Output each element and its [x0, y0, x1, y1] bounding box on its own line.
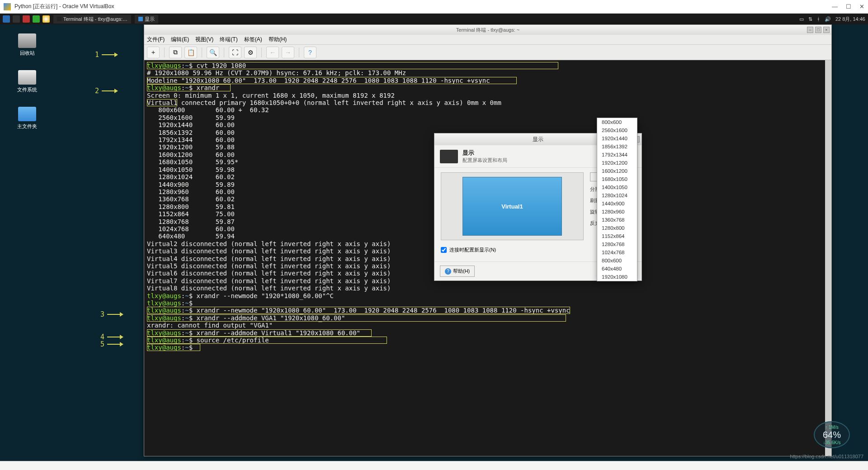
dialog-header-subtitle: 配置屏幕设置和布局: [462, 157, 507, 164]
virtualbox-titlebar: Python [正在运行] - Oracle VM VirtualBox — ☐…: [0, 0, 868, 14]
new-tab-button[interactable]: ＋: [147, 47, 160, 58]
resolution-option[interactable]: 2560x1600: [597, 126, 637, 134]
help-button[interactable]: ?帮助(H): [440, 266, 475, 277]
virtualbox-statusbar: [0, 461, 868, 470]
guest-top-panel: Terminal 终端 - tlxy@augs:… 显示 ▭ ⇅ ᚼ 🔊 22 …: [0, 14, 868, 24]
annotation-1: 1: [95, 51, 118, 59]
menu-view[interactable]: 视图(V): [195, 36, 213, 43]
maximize-button[interactable]: ☐: [846, 3, 851, 10]
configure-on-connect-label: 连接时配置新显示(N): [449, 247, 496, 253]
virtualbox-icon: [4, 3, 11, 10]
panel-launchers: [3, 15, 50, 23]
guest-desktop: 回收站 文件系统 主文件夹 1 2 3 4 5 Terminal 终端 - tl…: [0, 24, 868, 461]
resolution-option[interactable]: 800x600: [597, 256, 637, 265]
screen-line: Screen 0: minimum 1 x 1, current 1680 x …: [147, 92, 395, 99]
annotation-5: 5: [100, 340, 123, 348]
resolution-option[interactable]: 1400x1050: [597, 183, 637, 191]
forward-button[interactable]: →: [282, 47, 294, 58]
terminal-title: Terminal 终端 - tlxy@augs: ~: [456, 27, 519, 33]
launcher-icon[interactable]: [23, 15, 30, 23]
resolution-option[interactable]: 1920x1080: [597, 273, 637, 281]
resolution-option[interactable]: 1920x1200: [597, 159, 637, 167]
resolution-option[interactable]: 1600x1200: [597, 167, 637, 175]
copy-button[interactable]: ⧉: [169, 47, 182, 58]
terminal-close[interactable]: ×: [823, 27, 830, 33]
terminal-toolbar: ＋ ⧉ 📋 🔍 ⛶ ⚙ ← → ?: [144, 45, 831, 60]
network-speed-widget[interactable]: ↑ 1M/s 64% ↓35.6K/s: [814, 421, 850, 448]
monitor-icon: [440, 150, 458, 163]
resolution-option[interactable]: 1440x900: [597, 199, 637, 208]
resolution-option[interactable]: 640x480: [597, 265, 637, 273]
resolution-option[interactable]: 1680x1050: [597, 175, 637, 183]
xrandr-error: xrandr: cannot find output "VGA1": [147, 322, 273, 329]
cvt-output-line: # 1920x1080 59.96 Hz (CVT 2.07M9) hsync:…: [147, 69, 406, 76]
resolution-dropdown-menu: 800x6002560x16001920x14401856x13921792x1…: [597, 118, 637, 281]
apps-menu-icon[interactable]: [3, 15, 10, 23]
volume-icon[interactable]: 🔊: [825, 16, 831, 22]
annotation-2: 2: [95, 87, 118, 95]
netspeed-percent: 64%: [823, 430, 841, 440]
resolution-option[interactable]: 1280x1024: [597, 191, 637, 199]
system-tray: ▭ ⇅ ᚼ 🔊 22 8月, 14:46: [799, 16, 865, 23]
minimize-button[interactable]: —: [832, 3, 838, 10]
taskbar-terminal-button[interactable]: Terminal 终端 - tlxy@augs:…: [53, 15, 131, 24]
display-preview[interactable]: Virtual1: [441, 172, 584, 240]
menu-edit[interactable]: 编辑(E): [171, 36, 189, 43]
launcher-icon[interactable]: [33, 15, 40, 23]
battery-icon[interactable]: ▭: [799, 16, 804, 22]
taskbar-display-button[interactable]: 显示: [135, 15, 158, 24]
dialog-header-title: 显示: [462, 149, 507, 157]
resolution-option[interactable]: 1920x1440: [597, 134, 637, 142]
close-button[interactable]: ✕: [859, 3, 864, 10]
resolution-option[interactable]: 1280x960: [597, 208, 637, 216]
resolution-option[interactable]: 1856x1392: [597, 142, 637, 151]
desktop-filesystem[interactable]: 文件系统: [14, 70, 41, 93]
terminal-titlebar[interactable]: Terminal 终端 - tlxy@augs: ~ –□×: [144, 25, 831, 35]
trash-icon: [18, 33, 36, 48]
menu-terminal[interactable]: 终端(T): [220, 36, 237, 43]
back-button[interactable]: ←: [266, 47, 279, 58]
desktop-icons: 回收站 文件系统 主文件夹: [14, 33, 41, 130]
menu-file[interactable]: 文件(F): [147, 36, 165, 43]
configure-on-connect-checkbox[interactable]: [441, 247, 447, 253]
preview-screen[interactable]: Virtual1: [462, 177, 562, 236]
fullscreen-button[interactable]: ⛶: [229, 47, 241, 58]
watermark: https://blog.csdn.net/u011318077: [790, 454, 863, 459]
folder-icon: [18, 107, 36, 121]
launcher-icon[interactable]: [13, 15, 20, 23]
resolution-option[interactable]: 1360x768: [597, 216, 637, 224]
display-dialog-title: 显示: [533, 136, 543, 143]
desktop-home[interactable]: 主文件夹: [14, 107, 41, 130]
help-icon: ?: [445, 268, 451, 275]
network-icon[interactable]: ⇅: [808, 16, 812, 22]
modeline-output: Modeline "1920x1080_60.00" 173.00 1920 2…: [147, 77, 490, 84]
clock[interactable]: 22 8月, 14:46: [835, 16, 865, 23]
bluetooth-icon[interactable]: ᚼ: [817, 16, 820, 22]
help-button[interactable]: ?: [304, 47, 316, 58]
chrome-icon[interactable]: [42, 15, 50, 23]
resolution-option[interactable]: 1792x1344: [597, 151, 637, 159]
xrandr-disconnected: Virtual2 disconnected (normal left inver…: [147, 240, 391, 292]
resolution-option[interactable]: 1280x800: [597, 224, 637, 232]
xrandr-modes: 800x600 60.00 + 60.32 2560x1600 59.99 19…: [147, 106, 269, 240]
menu-help[interactable]: 帮助(H): [269, 36, 287, 43]
desktop-trash[interactable]: 回收站: [14, 33, 41, 57]
terminal-scrollbar[interactable]: [825, 60, 831, 456]
resolution-option[interactable]: 1152x864: [597, 232, 637, 240]
menu-tabs[interactable]: 标签(A): [244, 36, 262, 43]
resolution-option[interactable]: 800x600: [597, 118, 637, 126]
disk-icon: [18, 70, 36, 85]
virtualbox-title: Python [正在运行] - Oracle VM VirtualBox: [14, 3, 832, 10]
settings-button[interactable]: ⚙: [244, 47, 257, 58]
terminal-maximize[interactable]: □: [815, 27, 821, 33]
paste-button[interactable]: 📋: [184, 47, 197, 58]
annotation-3: 3: [100, 310, 123, 318]
terminal-menubar: 文件(F) 编辑(E) 视图(V) 终端(T) 标签(A) 帮助(H): [144, 35, 831, 45]
window-buttons: — ☐ ✕: [832, 3, 864, 10]
resolution-option[interactable]: 1024x768: [597, 248, 637, 256]
resolution-option[interactable]: 1280x768: [597, 240, 637, 248]
terminal-minimize[interactable]: –: [807, 27, 813, 33]
search-button[interactable]: 🔍: [207, 47, 219, 58]
